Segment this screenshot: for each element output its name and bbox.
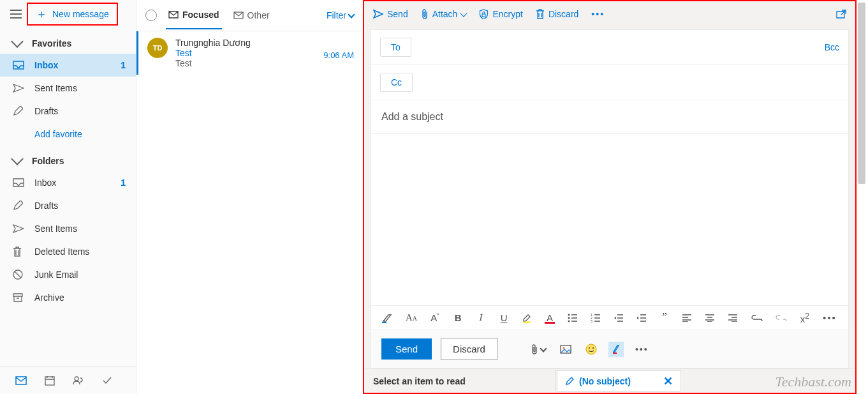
attach-mini-icon[interactable] (528, 342, 548, 357)
cmd-more[interactable]: ••• (591, 9, 605, 19)
sidebar-item-archive[interactable]: Archive (0, 286, 136, 309)
inbox-icon (13, 178, 24, 187)
draft-tab-label: (No subject) (579, 376, 631, 386)
cmd-attach[interactable]: Attach (421, 9, 467, 19)
sidebar-item-sent[interactable]: Sent Items (0, 77, 136, 100)
superscript-icon[interactable]: x2 (800, 312, 810, 324)
favorites-title: Favorites (32, 38, 71, 49)
sidebar-item-label: Sent Items (34, 83, 126, 93)
cmd-encrypt[interactable]: Encrypt (479, 9, 522, 19)
scrollbar[interactable] (857, 0, 867, 367)
to-button[interactable]: To (380, 38, 411, 57)
picture-mini-icon[interactable] (557, 342, 574, 356)
fontsize-icon[interactable]: A° (430, 312, 440, 323)
compose-actions: Send Discard ••• (371, 330, 848, 368)
plus-icon: ＋ (36, 8, 47, 20)
font-icon[interactable]: AA (406, 312, 417, 323)
svg-point-7 (568, 320, 570, 322)
sidebar-item-label: Archive (34, 292, 126, 303)
sidebar-item-label: Junk Email (34, 269, 126, 280)
svg-point-15 (592, 347, 594, 349)
calendar-icon[interactable] (45, 375, 55, 386)
inbox-icon (13, 61, 24, 70)
svg-point-12 (563, 347, 564, 349)
more-format-icon[interactable]: ••• (823, 312, 837, 323)
mail-icon[interactable] (15, 376, 27, 385)
sidebar-item-drafts[interactable]: Drafts (0, 100, 136, 123)
clearformat-icon[interactable] (381, 313, 393, 323)
aligncenter-icon[interactable] (705, 314, 716, 322)
alignright-icon[interactable] (728, 314, 739, 322)
draft-tab[interactable]: (No subject) ✕ (557, 370, 681, 391)
svg-point-13 (586, 344, 596, 354)
fontcolor-icon[interactable]: A (545, 312, 555, 324)
numbering-icon[interactable]: 123 (591, 314, 601, 322)
message-subject: Test (175, 48, 316, 58)
select-all-icon[interactable] (145, 10, 157, 21)
sidebar-item-label: Drafts (34, 201, 126, 211)
svg-rect-2 (45, 377, 54, 385)
sidebar-item-inbox-f[interactable]: Inbox 1 (0, 171, 136, 194)
alignleft-icon[interactable] (682, 314, 693, 322)
cc-button[interactable]: Cc (380, 73, 413, 92)
draft-icon (13, 106, 24, 116)
cc-row[interactable]: Cc (371, 65, 848, 100)
sidebar-item-junk[interactable]: Junk Email (0, 263, 136, 286)
sidebar-item-label: Sent Items (34, 224, 126, 234)
to-row[interactable]: To Bcc (371, 30, 848, 65)
emoji-mini-icon[interactable] (583, 341, 600, 358)
watermark: Techbast.com (775, 374, 851, 390)
bcc-button[interactable]: Bcc (825, 42, 839, 52)
cmd-discard[interactable]: Discard (536, 9, 578, 19)
tab-other[interactable]: Other (231, 10, 272, 29)
folders-header[interactable]: Folders (0, 146, 136, 171)
filter-button[interactable]: Filter (327, 10, 354, 20)
quote-icon[interactable]: ” (659, 311, 670, 324)
sidebar-item-deleted[interactable]: Deleted Items (0, 240, 136, 263)
svg-point-3 (75, 377, 78, 381)
formatting-toggle-icon[interactable] (608, 342, 624, 357)
trash-icon (13, 246, 24, 257)
message-list-pane: Focused Other Filter TD Trungnghia Dương… (136, 0, 363, 394)
subject-input[interactable] (380, 110, 839, 123)
outdent-icon[interactable] (614, 314, 624, 322)
send-icon (13, 224, 24, 233)
bold-icon[interactable]: B (453, 312, 463, 323)
underline-icon[interactable]: U (499, 312, 509, 323)
hamburger-icon[interactable] (10, 10, 22, 19)
people-icon[interactable] (73, 376, 84, 385)
discard-button-label: Discard (453, 344, 485, 354)
link-icon[interactable] (751, 315, 763, 321)
italic-icon[interactable]: I (476, 312, 486, 323)
sidebar-item-count: 1 (121, 60, 126, 70)
cmd-send-label: Send (387, 9, 408, 19)
message-body-editor[interactable] (371, 134, 848, 305)
new-message-label: New message (52, 9, 109, 19)
sidebar-item-inbox[interactable]: Inbox 1 (0, 54, 136, 77)
message-item[interactable]: TD Trungnghia Dương Test Test 9:06 AM (136, 31, 363, 75)
close-icon[interactable]: ✕ (663, 374, 673, 388)
sidebar: ＋ New message Favorites Inbox 1 Sent Ite… (0, 0, 136, 394)
list-tabs: Focused Other Filter (136, 0, 363, 31)
chevron-down-icon (11, 35, 24, 48)
svg-text:3: 3 (591, 319, 592, 322)
draft-icon (13, 201, 24, 211)
cmd-popout[interactable] (836, 10, 846, 19)
add-favorite[interactable]: Add favorite (0, 123, 136, 146)
unlink-icon[interactable] (776, 315, 787, 321)
send-button[interactable]: Send (381, 338, 432, 360)
indent-icon[interactable] (636, 314, 647, 322)
favorites-header[interactable]: Favorites (0, 28, 136, 54)
tab-focused[interactable]: Focused (166, 10, 222, 29)
tasks-icon[interactable] (102, 376, 112, 385)
new-message-button[interactable]: ＋ New message (27, 3, 118, 26)
highlight-icon[interactable] (522, 313, 532, 323)
sidebar-item-drafts-f[interactable]: Drafts (0, 194, 136, 217)
cmd-send[interactable]: Send (373, 9, 408, 19)
cmd-encrypt-label: Encrypt (492, 9, 522, 19)
sidebar-item-sent-f[interactable]: Sent Items (0, 217, 136, 240)
bullets-icon[interactable] (568, 314, 578, 322)
more-mini-icon[interactable]: ••• (633, 342, 651, 357)
format-bar: AA A° B I U A 123 (371, 305, 848, 330)
discard-button[interactable]: Discard (441, 338, 497, 360)
